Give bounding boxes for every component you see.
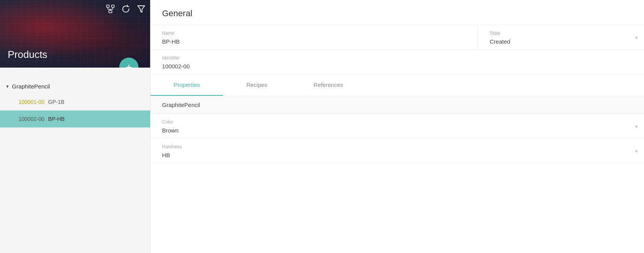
item-number: 100002-00 [19, 116, 44, 122]
name-state-row: Name BP-HB State Created ▾ [150, 25, 644, 50]
filter-icon[interactable] [137, 5, 145, 15]
tab-references[interactable]: References [291, 75, 367, 96]
identifier-label: Identifier [162, 55, 632, 61]
hardness-label: Hardness [162, 144, 632, 149]
name-field: Name BP-HB [150, 25, 478, 49]
hardness-dropdown-arrow[interactable]: ▾ [635, 148, 638, 154]
name-value[interactable]: BP-HB [162, 38, 466, 45]
sidebar-header: Products + [0, 0, 150, 68]
item-number: 100001-00 [19, 99, 44, 105]
list-item[interactable]: 100001-00 GP-1B [0, 93, 150, 110]
group-label: GraphitePencil [12, 83, 50, 90]
sidebar: Products + ▾ GraphitePencil 100001-00 GP… [0, 0, 150, 253]
sidebar-title: Products [8, 49, 47, 61]
svg-marker-7 [138, 6, 145, 12]
hardness-value[interactable]: HB [162, 152, 632, 158]
tabs-row: Properties Recipes References [150, 75, 644, 96]
color-label: Color [162, 119, 632, 125]
hardness-field: Hardness HB ▾ [150, 139, 644, 163]
item-name: GP-1B [48, 99, 64, 105]
state-dropdown-arrow[interactable]: ▾ [635, 34, 638, 40]
color-value[interactable]: Brown [162, 127, 632, 134]
identifier-value[interactable]: 100002-00 [162, 63, 632, 70]
main-content: General Name BP-HB State Created ▾ Ident… [150, 0, 644, 253]
tab-properties[interactable]: Properties [150, 75, 223, 96]
list-item-active[interactable]: 100002-00 BP-HB [0, 110, 150, 127]
state-value: Created [490, 38, 632, 45]
hierarchy-icon[interactable] [106, 5, 115, 15]
svg-rect-0 [106, 5, 109, 7]
refresh-icon[interactable] [122, 5, 130, 15]
state-label: State [490, 31, 632, 36]
color-dropdown-arrow[interactable]: ▾ [635, 123, 638, 129]
section-title: General [150, 0, 644, 25]
identifier-field: Identifier 100002-00 [150, 50, 644, 74]
identifier-row: Identifier 100002-00 [150, 50, 644, 75]
tab-recipes[interactable]: Recipes [223, 75, 290, 96]
sidebar-toolbar [106, 5, 145, 15]
chevron-down-icon: ▾ [6, 83, 9, 89]
item-name: BP-HB [48, 116, 65, 122]
properties-group-header: GraphitePencil [150, 96, 644, 114]
sidebar-list: ▾ GraphitePencil 100001-00 GP-1B 100002-… [0, 79, 150, 127]
color-field: Color Brown ▾ [150, 114, 644, 139]
svg-rect-1 [112, 5, 114, 7]
state-field: State Created ▾ [478, 25, 644, 49]
sidebar-group-header[interactable]: ▾ GraphitePencil [0, 79, 150, 93]
svg-rect-2 [109, 10, 112, 13]
name-label: Name [162, 31, 466, 36]
